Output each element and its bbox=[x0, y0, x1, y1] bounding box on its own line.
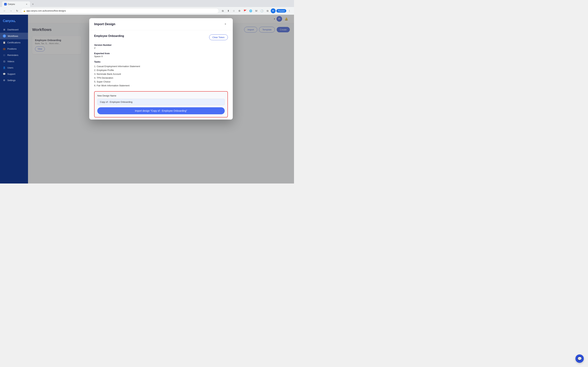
sidebar-item-videos[interactable]: ⊡ Videos bbox=[0, 58, 28, 65]
sidebar-item-label: Dashboard bbox=[7, 28, 18, 31]
sidebar-item-users[interactable]: 👤 Users bbox=[0, 65, 28, 71]
workflows-icon: + bbox=[3, 34, 6, 38]
tasks-section: Tasks 1. Casual Employment Information S… bbox=[94, 60, 228, 88]
task-item-1: 1. Casual Employment Information Stateme… bbox=[94, 65, 228, 68]
extension-icon-1[interactable]: ⚙ bbox=[237, 8, 242, 13]
paused-label: Paused bbox=[278, 10, 285, 12]
back-button[interactable]: ← bbox=[2, 8, 7, 13]
sidebar-item-label: Videos bbox=[7, 60, 14, 63]
exported-from-info: Exported from Space X bbox=[94, 52, 228, 58]
extensions-button[interactable]: ⧉ bbox=[265, 8, 270, 13]
modal-overlay: Import Design × Employee Onboarding Clea… bbox=[28, 15, 294, 184]
toolbar-icons: ⧉ ⬆ ☆ ⚙ 🚩 🌐 M 🕒 ⧉ FI Paused ⋮ bbox=[220, 8, 292, 13]
task-item-5: 5. Super Choice bbox=[94, 80, 228, 84]
tab-close-button[interactable]: ✕ bbox=[25, 3, 28, 6]
bookmark-icon[interactable]: ☆ bbox=[232, 8, 236, 13]
modal-title: Import Design bbox=[94, 22, 115, 26]
browser-chrome: C Canyou ✕ + ← → ↻ 🔒 app.canyou.com.au/b… bbox=[0, 0, 294, 15]
sidebar-item-label: Users bbox=[7, 67, 13, 69]
sidebar-item-label: Positions bbox=[7, 48, 17, 50]
positions-icon: 💼 bbox=[3, 47, 6, 50]
task-item-2: 2. Employee Profile bbox=[94, 68, 228, 72]
menu-button[interactable]: ⋮ bbox=[287, 8, 292, 13]
address-bar[interactable]: 🔒 app.canyou.com.au/business/flow-design… bbox=[21, 8, 219, 13]
modal-close-button[interactable]: × bbox=[223, 22, 228, 26]
tab-bar: C Canyou ✕ + bbox=[0, 0, 294, 7]
task-item-4: 4. TFN Declaration bbox=[94, 76, 228, 80]
sidebar-item-label: Workflows bbox=[8, 35, 18, 37]
sidebar-item-workflows[interactable]: + Workflows bbox=[0, 33, 28, 39]
profile-avatar[interactable]: FI bbox=[271, 8, 276, 13]
extension-icon-3[interactable]: 🌐 bbox=[248, 8, 253, 13]
sidebar-item-label: Certifications bbox=[7, 41, 20, 44]
paused-button[interactable]: Paused bbox=[276, 9, 286, 13]
design-header: Employee Onboarding Clear Token bbox=[94, 34, 228, 40]
exported-from-label: Exported from bbox=[94, 52, 228, 55]
screen-icon[interactable]: ⧉ bbox=[220, 8, 225, 13]
browser-toolbar: ← → ↻ 🔒 app.canyou.com.au/business/flow-… bbox=[0, 7, 294, 15]
reload-button[interactable]: ↻ bbox=[15, 8, 20, 13]
version-label: Version Number bbox=[94, 44, 228, 46]
users-icon: 👤 bbox=[3, 66, 6, 69]
sidebar-item-label: Support bbox=[7, 73, 15, 75]
task-item-3: 3. Nominate Bank Account bbox=[94, 72, 228, 76]
lock-icon: 🔒 bbox=[23, 10, 25, 12]
share-icon[interactable]: ⬆ bbox=[226, 8, 231, 13]
reminders-icon: □ bbox=[3, 54, 6, 57]
app-container: Canyou. ⊞ Dashboard + Workflows 📋 Certif… bbox=[0, 15, 294, 184]
support-icon: 💬 bbox=[3, 73, 6, 75]
tasks-title: Tasks bbox=[94, 60, 228, 63]
sidebar: Canyou. ⊞ Dashboard + Workflows 📋 Certif… bbox=[0, 15, 28, 184]
version-value: 2 bbox=[94, 47, 228, 49]
task-item-6: 6. Fair Work Information Statement bbox=[94, 84, 228, 88]
modal-header: Import Design × bbox=[89, 18, 233, 30]
version-info: Version Number 2 bbox=[94, 44, 228, 49]
videos-icon: ⊡ bbox=[3, 60, 6, 63]
tab-label: Canyou bbox=[8, 3, 15, 5]
sidebar-item-certifications[interactable]: 📋 Certifications bbox=[0, 39, 28, 46]
modal-body: Employee Onboarding Clear Token Version … bbox=[89, 30, 233, 119]
extension-icon-2[interactable]: 🚩 bbox=[243, 8, 248, 13]
certifications-icon: 📋 bbox=[3, 41, 6, 44]
forward-button[interactable]: → bbox=[9, 8, 13, 13]
sidebar-item-positions[interactable]: 💼 Positions bbox=[0, 46, 28, 52]
sidebar-logo: Canyou. bbox=[0, 17, 28, 26]
main-content: ▾ FI 🔔 Workflows Import Template Create … bbox=[28, 15, 294, 184]
sidebar-item-dashboard[interactable]: ⊞ Dashboard bbox=[0, 26, 28, 33]
tab-favicon: C bbox=[4, 3, 7, 5]
new-design-name-input[interactable] bbox=[97, 99, 225, 105]
new-design-section: New Design Name Import design "Copy of -… bbox=[94, 91, 228, 117]
sidebar-item-reminders[interactable]: □ Reminders bbox=[0, 52, 28, 58]
new-tab-button[interactable]: + bbox=[31, 2, 35, 6]
design-name: Employee Onboarding bbox=[94, 34, 124, 38]
settings-icon: ⚙ bbox=[3, 79, 6, 82]
extension-icon-5[interactable]: 🕒 bbox=[259, 8, 264, 13]
dashboard-icon: ⊞ bbox=[3, 28, 6, 31]
import-design-modal: Import Design × Employee Onboarding Clea… bbox=[89, 18, 233, 119]
import-design-button[interactable]: Import design "Copy of - Employee Onboar… bbox=[97, 107, 225, 114]
extension-icon-4[interactable]: M bbox=[254, 8, 259, 13]
exported-from-value: Space X bbox=[94, 55, 228, 58]
browser-tab-active[interactable]: C Canyou ✕ bbox=[2, 1, 30, 7]
new-design-name-label: New Design Name bbox=[97, 94, 225, 97]
sidebar-item-label: Reminders bbox=[7, 54, 18, 57]
sidebar-item-support[interactable]: 💬 Support bbox=[0, 71, 28, 77]
clear-token-button[interactable]: Clear Token bbox=[209, 34, 228, 40]
sidebar-item-label: Settings bbox=[7, 79, 16, 82]
url-text: app.canyou.com.au/business/flow-designs bbox=[26, 10, 66, 12]
sidebar-item-settings[interactable]: ⚙ Settings bbox=[0, 77, 28, 83]
